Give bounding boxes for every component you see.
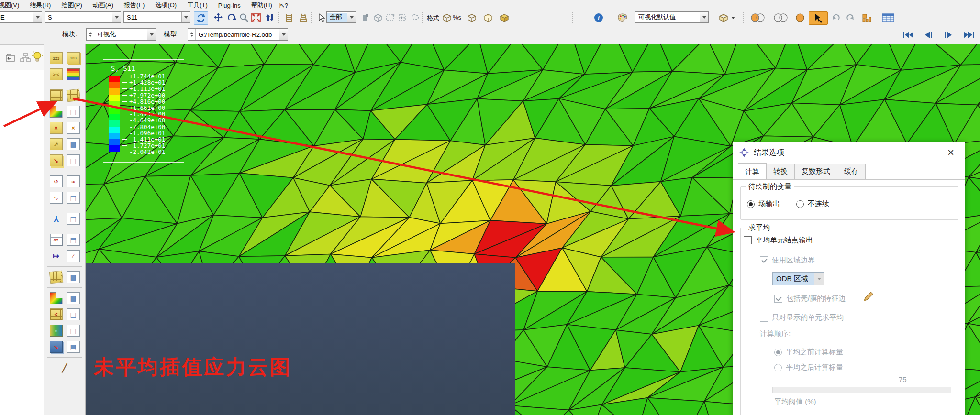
xy-curve-options-icon[interactable]: ▤	[67, 192, 80, 204]
region-boundary-select[interactable]: ODB 区域	[772, 272, 824, 285]
only-displayed-elements-row[interactable]: 只对显示的单元求平均	[760, 313, 844, 322]
overlay-options-icon[interactable]: ▤	[67, 154, 80, 166]
create-field-output-button[interactable]	[859, 11, 876, 24]
view-cut-manager-icon[interactable]: ▤	[67, 308, 80, 320]
tab-compute[interactable]: 计算	[738, 163, 767, 180]
menu-item-1[interactable]: 结果(R)	[24, 0, 56, 11]
options-defaults-select[interactable]: 可视化默认值	[635, 11, 709, 23]
display-group-select[interactable]: 全部	[326, 11, 356, 23]
radio-icon[interactable]	[796, 200, 804, 208]
xy-plot-icon[interactable]: ∿	[50, 192, 63, 204]
redo-button[interactable]	[844, 11, 857, 24]
path-create-icon[interactable]: ↦	[50, 250, 63, 262]
render-shaded-button[interactable]	[498, 11, 511, 24]
contour-symbols-icon[interactable]: >|<	[50, 68, 63, 80]
view-cut-icon[interactable]: <	[50, 308, 63, 320]
replace-selected-button[interactable]	[359, 11, 372, 24]
hierarchy-tree-icon[interactable]	[19, 52, 32, 63]
path-options-icon[interactable]: ∕	[67, 250, 80, 262]
contour-numbers-icon[interactable]: 123	[50, 52, 63, 64]
swap-views-button[interactable]	[263, 11, 277, 24]
checkbox-icon[interactable]	[760, 314, 768, 322]
magnify-view-button[interactable]	[237, 11, 251, 24]
collapse-folder-icon[interactable]	[4, 52, 16, 63]
probe-tool-button[interactable]	[809, 11, 828, 25]
menu-item-8[interactable]: 帮助(H)	[246, 0, 278, 11]
menu-item-6[interactable]: 工具(T)	[182, 0, 213, 11]
xy-data-create-icon[interactable]: ↺	[50, 175, 63, 187]
first-frame-button[interactable]	[902, 29, 915, 41]
menu-item-3[interactable]: 动画(A)	[88, 0, 119, 11]
radio-icon[interactable]	[774, 364, 782, 371]
stream-options-icon[interactable]: ▤	[67, 325, 80, 337]
contour-axis-options-icon[interactable]: ▤	[67, 292, 80, 304]
query-ladder-perspective-button[interactable]	[297, 11, 310, 24]
component-select[interactable]: S11	[123, 11, 190, 23]
multiple-plot-states-icon[interactable]: ↘	[50, 154, 63, 166]
free-body-options-icon[interactable]: ▤	[67, 271, 80, 283]
lightbulb-icon[interactable]	[32, 51, 43, 64]
pan-view-button[interactable]	[212, 11, 225, 24]
include-shell-edges-row[interactable]: 包括壳/膜的特征边	[774, 294, 846, 303]
tab-complex-form[interactable]: 复数形式	[795, 164, 837, 179]
compute-after-radio-row[interactable]: 平均之后计算标量	[774, 363, 843, 372]
undo-button[interactable]	[829, 11, 843, 24]
plot-contours-icon[interactable]	[50, 106, 63, 118]
color-code-button[interactable]	[616, 11, 629, 24]
display-group-manager-icon[interactable]: ▤	[67, 341, 80, 353]
coordinate-system-manager-icon[interactable]: ▤	[67, 213, 80, 225]
remove-selected-button[interactable]	[371, 11, 385, 24]
plot-undeformed-shape-icon[interactable]	[50, 89, 63, 101]
plot-material-orientations-icon[interactable]: ↗	[50, 138, 63, 150]
table-options-icon[interactable]: ▤	[67, 234, 80, 246]
refresh-plot-button[interactable]	[194, 11, 208, 25]
contour-axis-icon[interactable]	[50, 292, 63, 304]
averaging-threshold-slider[interactable]	[772, 387, 951, 393]
menu-item-5[interactable]: 选项(O)	[150, 0, 182, 11]
tab-transform[interactable]: 转换	[767, 164, 795, 179]
boolean-intersect-button[interactable]	[748, 11, 768, 24]
info-button[interactable]: i	[592, 11, 605, 24]
wireframe-cube-icon[interactable]	[441, 12, 453, 23]
field-output-radio-row[interactable]: 场输出	[747, 199, 780, 208]
box-select-button[interactable]	[384, 11, 397, 24]
contour-options-icon[interactable]: ▤	[67, 106, 80, 118]
auto-fit-view-button[interactable]	[249, 11, 263, 24]
radio-selected-icon[interactable]	[747, 200, 755, 208]
query-ladder-button[interactable]	[282, 11, 296, 24]
menu-item-4[interactable]: 报告(E)	[119, 0, 150, 11]
average-element-output-row[interactable]: 平均单元结点输出	[744, 236, 813, 245]
orientation-options-icon[interactable]: ▤	[67, 138, 80, 150]
radio-selected-icon[interactable]	[774, 349, 782, 356]
free-body-cut-icon[interactable]	[49, 271, 63, 284]
model-select[interactable]: G:/Temp/beamrole-R2.odb	[188, 28, 288, 41]
symbol-options-icon[interactable]: ×	[67, 122, 80, 134]
discontinuity-radio-row[interactable]: 不连续	[796, 199, 829, 208]
xy-data-options-icon[interactable]: ≈	[67, 175, 80, 187]
last-frame-button[interactable]	[961, 29, 977, 41]
spectrum-manager-icon[interactable]	[67, 68, 80, 80]
coordinate-system-icon[interactable]: Y	[50, 213, 63, 225]
plot-deformed-shape-icon[interactable]	[66, 89, 80, 102]
field-output-dialog-button[interactable]	[879, 11, 898, 24]
dialog-titlebar[interactable]: 结果选项 ×	[733, 142, 965, 163]
boolean-union-button[interactable]	[771, 11, 791, 24]
primary-variable-select[interactable]: E	[0, 11, 42, 23]
plot-symbols-icon[interactable]: ×	[50, 122, 63, 134]
lasso-select-button[interactable]	[409, 11, 422, 24]
contour-numbers-stack-icon[interactable]: 123	[67, 52, 80, 64]
annotation-brush-icon[interactable]: ╱	[58, 362, 71, 374]
field-output-select[interactable]: S	[45, 11, 121, 23]
edit-node-set-button[interactable]	[396, 11, 410, 24]
render-hidden-line-button[interactable]	[481, 11, 495, 24]
pencil-icon[interactable]	[862, 291, 874, 303]
rotate-view-button[interactable]	[225, 11, 238, 24]
use-region-boundaries-row[interactable]: 使用区域边界	[760, 256, 815, 265]
previous-frame-button[interactable]	[922, 29, 935, 41]
menu-item-2[interactable]: 绘图(P)	[56, 0, 87, 11]
checkbox-checked-icon[interactable]	[774, 295, 782, 303]
module-select[interactable]: 可视化	[86, 28, 156, 41]
menu-item-0[interactable]: 视图(V)	[0, 0, 24, 11]
close-icon[interactable]: ×	[943, 144, 959, 161]
view-cube-menu-button[interactable]	[713, 11, 740, 24]
